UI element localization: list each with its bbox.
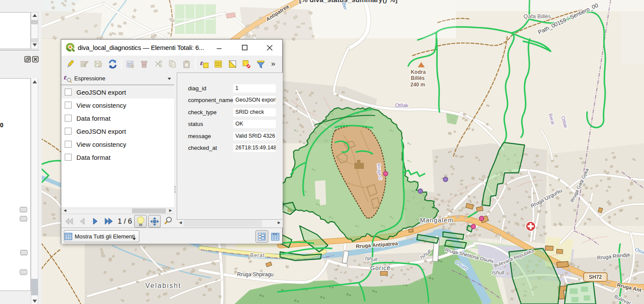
svg-text:240 m: 240 m — [410, 82, 425, 88]
svg-text:Otllak: Otllak — [395, 102, 409, 109]
svg-text:Billës: Billës — [411, 75, 425, 81]
svg-text:Ishull: Ishull — [492, 270, 504, 276]
svg-text:Qafa Billës: Qafa Billës — [524, 13, 551, 20]
svg-text:Berat: Berat — [250, 252, 265, 258]
svg-text:[% diva_status_summary() %]: [% diva_status_summary() %] — [299, 0, 398, 3]
svg-text:SH72: SH72 — [589, 274, 602, 280]
svg-text:Velabisht: Velabisht — [145, 282, 182, 289]
svg-text:Goricë: Goricë — [370, 264, 390, 271]
svg-text:Kodra: Kodra — [411, 69, 426, 75]
svg-text:ε: ε — [64, 73, 67, 81]
svg-text:Rruga Shpiragu: Rruga Shpiragu — [237, 271, 274, 278]
svg-text:Mangalem: Mangalem — [420, 217, 453, 224]
svg-text:ε: ε — [200, 59, 203, 67]
